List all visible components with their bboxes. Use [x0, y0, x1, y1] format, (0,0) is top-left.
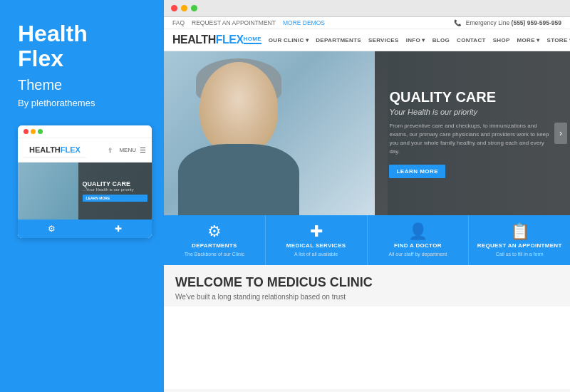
hero-next-arrow[interactable]: ›	[554, 123, 567, 144]
departments-icon: ⚙	[207, 224, 222, 239]
faq-link[interactable]: FAQ	[172, 19, 185, 26]
mobile-dot-yellow	[31, 129, 36, 134]
find-doctor-desc: All our staff by department	[389, 252, 447, 257]
mobile-browser-bar	[18, 125, 152, 138]
mobile-hero: QUALITY CARE ...Your Health is our prior…	[18, 163, 152, 220]
welcome-section: WELCOME TO MEDICUS CLINIC We've built a …	[164, 265, 570, 306]
icon-bar-departments[interactable]: ⚙ DEPARTMENTS The Backbone of our Clinic	[164, 215, 266, 265]
mobile-traffic-lights	[24, 129, 43, 134]
site-hero: QUALITY CARE Your Health is our priority…	[164, 51, 570, 215]
hamburger-icon[interactable]: ☰	[140, 146, 146, 154]
find-doctor-label: FIND A DOCTOR	[394, 242, 442, 249]
hero-person	[164, 51, 388, 215]
departments-desc: The Backbone of our Clinic	[185, 252, 244, 257]
mobile-hero-overlay: QUALITY CARE ...Your Health is our prior…	[78, 163, 152, 220]
mobile-dot-green	[38, 129, 43, 134]
mobile-icon-departments: ⚙	[18, 222, 85, 235]
browser-dot-green	[191, 5, 197, 11]
brand-blue: FLEX	[216, 33, 244, 46]
browser-dot-red	[171, 5, 177, 11]
medical-services-desc: A list of all available	[294, 252, 338, 257]
icons-bar: ⚙ DEPARTMENTS The Backbone of our Clinic…	[164, 215, 570, 265]
find-doctor-icon: 👤	[408, 224, 428, 239]
request-appointment-desc: Call us to fill in a form	[496, 252, 544, 257]
brand-black: HEALTH	[172, 33, 216, 46]
mobile-icons-row: ⚙ ✚	[18, 220, 152, 238]
theme-subtitle: Theme	[18, 77, 146, 93]
departments-label: DEPARTMENTS	[192, 242, 237, 249]
medical-services-label: MEDICAL SERVICES	[286, 242, 346, 249]
nav-info[interactable]: INFO ▾	[406, 37, 425, 43]
nav-our-clinic[interactable]: OUR CLINIC ▾	[269, 37, 309, 43]
nav-contact[interactable]: CONTACT	[457, 37, 486, 43]
hero-subtitle: Your Health is our priority	[389, 108, 556, 116]
hero-head	[200, 62, 278, 155]
welcome-text: We've built a long standing relationship…	[175, 293, 559, 301]
menu-label[interactable]: MENU	[119, 147, 136, 153]
website-wrapper: FAQ REQUEST AN APPOINTMENT MORE DEMOS 📞 …	[164, 17, 570, 389]
mobile-learn-more-button[interactable]: LEARN MORE	[83, 195, 147, 202]
nav-store[interactable]: STORE ▾	[547, 37, 570, 43]
appointment-link[interactable]: REQUEST AN APPOINTMENT	[192, 19, 276, 26]
phone-icon: 📞	[454, 19, 462, 26]
site-brand: HEALTHFLEX	[172, 33, 244, 46]
nav-more[interactable]: MORE ▾	[517, 37, 540, 43]
nav-departments[interactable]: DEPARTMENTS	[316, 37, 361, 43]
site-nav-links: HOME OUR CLINIC ▾ DEPARTMENTS SERVICES I…	[244, 36, 570, 44]
mobile-preview: HEALTHFLEX ⇧ MENU ☰ QUALITY CARE ...Your…	[18, 125, 152, 238]
browser-chrome	[164, 0, 570, 17]
medical-services-icon: ✚	[310, 224, 323, 239]
more-demos-link[interactable]: MORE DEMOS	[283, 19, 325, 26]
nav-home[interactable]: HOME	[244, 36, 261, 44]
theme-title: Health Flex	[18, 21, 146, 71]
right-panel: FAQ REQUEST AN APPOINTMENT MORE DEMOS 📞 …	[164, 0, 570, 392]
welcome-title: WELCOME TO MEDICUS CLINIC	[175, 275, 559, 290]
topbar-right: 📞 Emergency Line (555) 959-595-959	[454, 19, 561, 26]
hero-learn-more-button[interactable]: LEARN MORE	[389, 165, 445, 178]
topbar-left: FAQ REQUEST AN APPOINTMENT MORE DEMOS	[172, 19, 325, 26]
mobile-nav: HEALTHFLEX ⇧ MENU ☰	[18, 138, 152, 163]
hero-title: QUALITY CARE	[389, 89, 556, 105]
share-icon[interactable]: ⇧	[108, 147, 113, 154]
emergency-label: Emergency Line	[466, 19, 509, 26]
request-appointment-label: REQUEST AN APPOINTMENT	[477, 242, 562, 249]
icon-bar-find-doctor[interactable]: 👤 FIND A DOCTOR All our staff by departm…	[368, 215, 470, 265]
mobile-dot-red	[24, 129, 28, 134]
mobile-icon-medical: ✚	[85, 222, 152, 235]
icon-bar-medical-services[interactable]: ✚ MEDICAL SERVICES A list of all availab…	[266, 215, 368, 265]
mobile-brand: HEALTHFLEX	[24, 142, 86, 158]
mobile-hero-title: QUALITY CARE	[83, 180, 147, 187]
hero-overlay: QUALITY CARE Your Health is our priority…	[375, 51, 570, 215]
mobile-hero-subtitle: ...Your Health is our priority	[83, 187, 147, 192]
theme-author: By plethorathemes	[18, 98, 146, 108]
hero-body-text: From preventive care and checkups, to im…	[389, 122, 556, 156]
departments-icon: ⚙	[45, 222, 58, 235]
site-nav: HEALTHFLEX HOME OUR CLINIC ▾ DEPARTMENTS…	[164, 29, 570, 51]
medical-services-icon: ✚	[112, 222, 125, 235]
site-topbar: FAQ REQUEST AN APPOINTMENT MORE DEMOS 📞 …	[164, 17, 570, 29]
mobile-nav-icons: ⇧ MENU ☰	[108, 146, 146, 154]
icon-bar-request-appointment[interactable]: 📋 REQUEST AN APPOINTMENT Call us to fill…	[469, 215, 570, 265]
nav-shop[interactable]: SHOP	[493, 37, 510, 43]
hero-body	[178, 144, 299, 215]
nav-services[interactable]: SERVICES	[368, 37, 399, 43]
left-panel: Health Flex Theme By plethorathemes HEAL…	[0, 0, 164, 392]
request-appointment-icon: 📋	[510, 224, 529, 239]
browser-dot-yellow	[181, 5, 187, 11]
nav-blog[interactable]: BLOG	[432, 37, 450, 43]
phone-number: (555) 959-595-959	[512, 19, 561, 26]
